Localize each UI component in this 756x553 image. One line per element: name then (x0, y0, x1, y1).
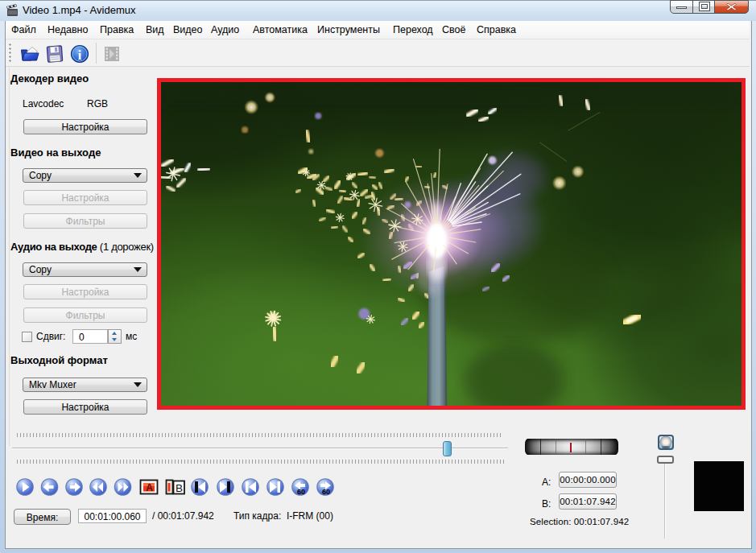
svg-text:B: B (176, 482, 183, 494)
svg-text:i: i (78, 48, 82, 62)
svg-text:A: A (146, 482, 153, 493)
svg-text:60: 60 (322, 488, 330, 496)
svg-text:60: 60 (297, 488, 305, 496)
